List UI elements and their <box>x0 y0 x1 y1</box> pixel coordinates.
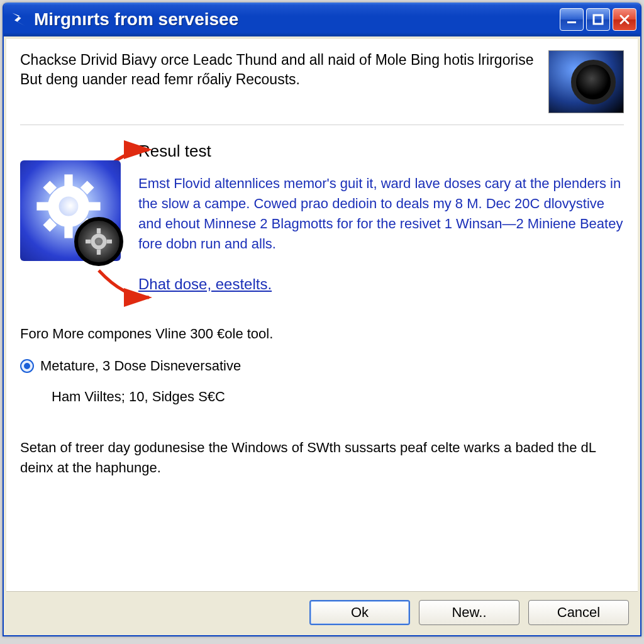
svg-rect-0 <box>567 21 576 23</box>
section-description: Emst Flovid altennlices memor's guit it,… <box>138 174 624 254</box>
svg-point-11 <box>93 236 105 248</box>
gear-illustration-column <box>20 142 127 293</box>
new-button[interactable]: New.. <box>419 600 519 625</box>
minimize-button[interactable] <box>560 8 584 31</box>
svg-rect-15 <box>107 240 112 243</box>
maximize-button[interactable] <box>586 8 610 31</box>
svg-rect-1 <box>594 15 602 24</box>
small-gear-icon <box>74 217 123 266</box>
svg-point-2 <box>53 191 84 221</box>
ok-button[interactable]: Ok <box>309 600 410 625</box>
svg-rect-12 <box>97 228 101 233</box>
radio-detail-text: Ham Viiltes; 10, Sidges S€C <box>20 385 624 408</box>
svg-rect-4 <box>64 226 72 238</box>
titlebar[interactable]: Mirgnırts from serveisee <box>4 3 640 36</box>
details-link[interactable]: Dhat dose, eestelts. <box>138 275 272 292</box>
footer-description: Setan of treer day godunesise the Window… <box>20 438 624 478</box>
radio-label: Metature, 3 Dose Disneversative <box>40 354 241 377</box>
window-title: Mirgnırts from serveisee <box>34 9 560 30</box>
disk-image-icon <box>548 50 624 113</box>
svg-rect-14 <box>86 240 91 243</box>
close-button[interactable] <box>613 8 636 31</box>
svg-rect-6 <box>88 202 101 210</box>
header-text: Chackse Drivid Biavy orce Leadc Thund an… <box>20 50 536 89</box>
lower-intro-text: Foro More compones Vline 300 €ole tool. <box>20 322 624 345</box>
dialog-content: Chackse Drivid Biavy orce Leadc Thund an… <box>6 39 638 591</box>
dialog-window: Mirgnırts from serveisee Chackse Drivid … <box>3 3 641 636</box>
option-radio[interactable] <box>20 359 34 373</box>
app-icon <box>10 11 28 28</box>
svg-rect-5 <box>36 202 49 210</box>
svg-rect-13 <box>97 250 101 255</box>
button-bar: Ok New.. Cancel <box>6 591 638 633</box>
gear-icon <box>20 160 121 261</box>
cancel-button[interactable]: Cancel <box>528 600 629 625</box>
section-title: Resul test <box>138 142 624 161</box>
svg-rect-3 <box>64 174 72 187</box>
